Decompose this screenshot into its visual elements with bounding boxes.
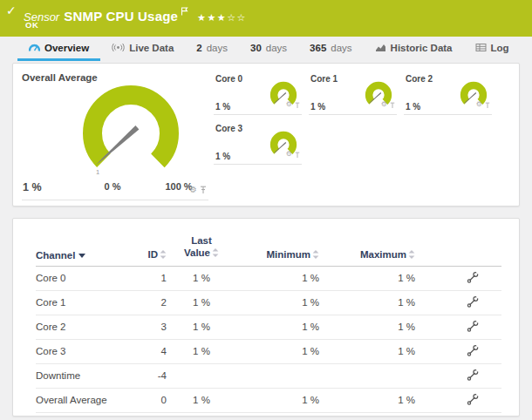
channel-settings-wrench-icon[interactable] — [467, 320, 479, 334]
channel-settings-wrench-icon[interactable] — [467, 295, 479, 309]
gear-icon[interactable]: ⚙ — [381, 101, 387, 108]
table-row: Core 0 1 1 % 1 % 1 % — [36, 267, 501, 291]
log-icon — [475, 43, 487, 52]
tab-2-days[interactable]: 2 days — [185, 37, 239, 61]
gauge-core-2[interactable]: Core 2 1 % ⚙ — [404, 73, 492, 115]
tab-settings[interactable]: ⚙ Settings — [521, 37, 532, 61]
gauge-value: 1 % — [23, 181, 42, 193]
sort-icon — [408, 250, 415, 261]
channel-name: Core 2 — [36, 322, 132, 332]
pin-icon[interactable] — [485, 97, 490, 112]
gear-icon[interactable]: ⚙ — [189, 186, 197, 194]
tab-overview[interactable]: Overview — [17, 37, 100, 61]
tab-365-days[interactable]: 365 days — [298, 37, 363, 61]
pin-icon[interactable] — [295, 146, 300, 162]
channel-gauges-grid: Core 0 1 % ⚙ Core 1 — [214, 71, 492, 199]
channel-settings-wrench-icon[interactable] — [467, 271, 479, 285]
channels-table-panel: Channel ID Last Value Minimum Maximum Co… — [12, 218, 520, 417]
channel-settings-wrench-icon[interactable] — [467, 369, 479, 383]
pin-icon[interactable] — [200, 182, 207, 198]
sort-icon — [160, 250, 167, 261]
sensor-page: ✓ SensorSNMP CPU Usage★★★☆☆ OK Overview … — [0, 0, 532, 420]
gauge-core-0[interactable]: Core 0 1 % ⚙ — [214, 73, 302, 115]
table-row: Downtime -4 — [36, 364, 501, 389]
tab-historic-data[interactable]: Historic Data — [364, 37, 464, 61]
table-header-row: Channel ID Last Value Minimum Maximum — [36, 234, 501, 267]
gear-icon[interactable]: ⚙ — [286, 151, 292, 158]
column-header-maximum[interactable]: Maximum — [319, 249, 415, 261]
channel-name: Downtime — [36, 370, 132, 381]
channel-name: Core 1 — [36, 297, 132, 308]
column-header-id[interactable]: ID — [132, 249, 167, 261]
channel-settings-wrench-icon[interactable] — [467, 344, 479, 358]
gauge-min-label: 0 % — [93, 181, 132, 192]
sensor-status-badge: OK — [25, 20, 38, 30]
gauge-overall-average[interactable]: Overall Average 1 0 % 100 % 1 % ⚙ — [20, 71, 214, 200]
flag-icon[interactable] — [181, 3, 188, 19]
needle-scale-marker: 1 — [96, 168, 99, 176]
table-row: Core 3 4 1 % 1 % 1 % — [36, 340, 501, 364]
sort-icon — [212, 247, 219, 260]
sensor-title: SNMP CPU Usage — [64, 9, 178, 24]
table-row: Overall Average 0 1 % 1 % 1 % — [36, 389, 501, 413]
column-header-last-value[interactable]: Last Value — [180, 234, 223, 261]
tab-30-days[interactable]: 30 days — [239, 37, 298, 61]
pin-icon[interactable] — [295, 97, 300, 112]
sort-icon — [312, 250, 319, 261]
overall-average-gauge-dial: 1 — [74, 79, 188, 184]
table-row: Core 1 2 1 % 1 % 1 % — [36, 291, 501, 315]
channel-name: Overall Average — [36, 395, 132, 405]
gauge-core-3[interactable]: Core 3 1 % ⚙ — [214, 123, 302, 165]
overview-panel: Overall Average 1 0 % 100 % 1 % ⚙ — [12, 63, 520, 207]
tab-live-data[interactable]: Live Data — [100, 37, 185, 61]
tab-bar: Overview Live Data 2 days 30 days 365 da… — [0, 37, 532, 61]
table-row: Core 2 3 1 % 1 % 1 % — [36, 315, 501, 340]
pin-icon[interactable] — [390, 97, 395, 112]
gear-icon[interactable]: ⚙ — [286, 101, 292, 108]
sensor-header: ✓ SensorSNMP CPU Usage★★★☆☆ OK — [0, 0, 532, 37]
column-header-minimum[interactable]: Minimum — [236, 249, 319, 261]
channel-name: Core 3 — [36, 346, 132, 356]
column-header-channel[interactable]: Channel — [36, 250, 132, 261]
sort-desc-icon — [78, 254, 85, 258]
star-rating[interactable]: ★★★☆☆ — [197, 12, 247, 23]
tab-log[interactable]: Log — [464, 37, 521, 61]
gauge-core-1[interactable]: Core 1 1 % ⚙ — [309, 73, 397, 115]
historic-chart-icon — [375, 43, 386, 52]
gauge-icon — [29, 43, 40, 52]
gear-icon[interactable]: ⚙ — [476, 101, 482, 108]
channel-name: Core 0 — [36, 273, 132, 283]
status-check-icon: ✓ — [6, 3, 17, 17]
channel-settings-wrench-icon[interactable] — [467, 393, 479, 407]
live-data-icon — [112, 43, 125, 52]
